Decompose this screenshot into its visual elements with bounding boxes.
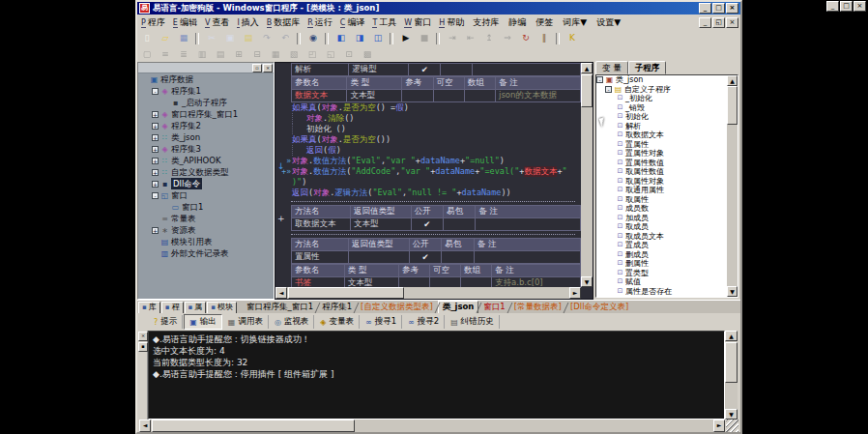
- subs-method-item[interactable]: ⊡取属性数值: [596, 167, 728, 177]
- menu-extra-item[interactable]: 便签: [531, 15, 558, 30]
- subs-tab-other[interactable]: 变 量: [595, 61, 628, 74]
- table-cell[interactable]: 支持a.b.c[0]: [491, 277, 580, 288]
- tree-item[interactable]: ▪_启动子程序: [138, 97, 274, 108]
- pause-icon[interactable]: ‖: [535, 31, 553, 46]
- table-cell[interactable]: [460, 277, 491, 288]
- table-header-cell[interactable]: 备 注: [496, 77, 581, 90]
- editor-horizontal-scrollbar[interactable]: ◄ ►: [275, 287, 581, 299]
- titlebar-button[interactable]: _: [699, 3, 711, 14]
- menu-item[interactable]: P程序: [137, 15, 169, 30]
- scroll-down-icon[interactable]: ▼: [581, 276, 593, 287]
- table-cell[interactable]: [442, 251, 475, 264]
- subs-method-item[interactable]: ⊡赋值: [596, 277, 728, 287]
- table-header-cell[interactable]: 参考: [398, 265, 429, 277]
- tree-expander-icon[interactable]: -: [596, 76, 603, 83]
- table-header-cell[interactable]: 方法名: [292, 206, 351, 218]
- scrollbar-thumb[interactable]: [725, 342, 738, 383]
- table-cell[interactable]: 逻辑型: [349, 64, 409, 76]
- subs-method-item[interactable]: ⊡删属性: [596, 259, 728, 269]
- document-tab[interactable]: 窗口程序集_窗口1: [243, 302, 317, 313]
- code-line[interactable]: 返回 (假): [275, 145, 581, 156]
- table-cell[interactable]: 文本型: [350, 218, 411, 231]
- tree-item[interactable]: +∷自定义数据类型: [138, 166, 274, 178]
- tree-expander-icon[interactable]: -: [605, 86, 612, 93]
- mini-tab-program[interactable]: ▪程: [161, 302, 184, 314]
- document-tab[interactable]: 程序集1: [318, 302, 356, 313]
- scroll-up-icon[interactable]: ▲: [581, 63, 593, 73]
- table-header-cell[interactable]: 参数名: [292, 265, 345, 277]
- menu-extra-item[interactable]: 静编: [504, 15, 531, 30]
- bottom-horizontal-scrollbar[interactable]: ◄ ►: [139, 420, 725, 432]
- subs-method-item[interactable]: ⊡置属性对象: [596, 149, 728, 159]
- table-header-cell[interactable]: 公开: [409, 239, 442, 251]
- table-cell[interactable]: 书签: [292, 277, 345, 288]
- titlebar-button[interactable]: ×: [726, 3, 738, 14]
- table-header-cell[interactable]: 类 型: [347, 77, 402, 90]
- subs-method-item[interactable]: ⊡_初始化: [596, 94, 728, 103]
- tree-item[interactable]: +∗资源表: [138, 224, 274, 236]
- table-cell[interactable]: [429, 277, 460, 288]
- tree-item[interactable]: ▥外部文件记录表: [138, 247, 274, 259]
- panel-button[interactable]: ▫: [252, 64, 262, 72]
- subs-method-item[interactable]: ⊡初始化: [596, 112, 728, 122]
- table-header-cell[interactable]: 返回值类型: [350, 206, 411, 218]
- tree-expander-icon[interactable]: +: [152, 181, 159, 188]
- tree-item[interactable]: ▤模块引用表: [138, 236, 274, 247]
- menu-item[interactable]: W窗口: [400, 15, 435, 30]
- layout-left-icon[interactable]: ◧: [333, 31, 350, 46]
- mdi-window-button[interactable]: ×: [726, 17, 738, 28]
- subs-method-item[interactable]: ⊡取属性对象: [596, 177, 728, 187]
- document-tab[interactable]: 窗口1: [479, 302, 508, 313]
- resize-grip[interactable]: [726, 420, 738, 432]
- table-cell[interactable]: [464, 90, 495, 102]
- subs-tab-active[interactable]: 子程序: [628, 61, 667, 74]
- subs-method-item[interactable]: ⊡置类型: [596, 269, 728, 278]
- subs-method-item[interactable]: ⊡取成员: [596, 222, 728, 232]
- tab-output[interactable]: ▣输出: [184, 314, 222, 330]
- document-tab[interactable]: 类_json: [438, 301, 479, 314]
- copy-icon[interactable]: ▣: [221, 31, 239, 46]
- scrollbar-thumb[interactable]: [727, 86, 738, 125]
- output-strip-button[interactable]: ×: [138, 332, 148, 341]
- table-cell[interactable]: [441, 64, 472, 76]
- tab-hint[interactable]: ?提示: [149, 315, 183, 329]
- new-file-icon[interactable]: ▯: [138, 31, 156, 46]
- subs-method-item[interactable]: ⊡取数据文本: [596, 130, 728, 140]
- menu-item[interactable]: T工具: [368, 15, 400, 30]
- menu-item[interactable]: R运行: [304, 15, 336, 30]
- table-header-cell[interactable]: 易包: [443, 206, 475, 218]
- table-cell[interactable]: [348, 251, 409, 264]
- table-cell[interactable]: 文本型: [347, 90, 402, 102]
- scrollbar-thumb[interactable]: [152, 420, 355, 432]
- desktop-window-button[interactable]: □: [840, 1, 853, 12]
- mini-tab-property[interactable]: ▪属: [185, 302, 207, 314]
- subs-method-item[interactable]: ⊡属性是否存在: [596, 287, 728, 297]
- tree-item[interactable]: ▭窗口1: [138, 201, 274, 213]
- paste-icon[interactable]: ▤: [240, 31, 257, 46]
- tree-item[interactable]: +∷类_json: [138, 131, 274, 143]
- scroll-right-icon[interactable]: ►: [713, 420, 725, 432]
- scroll-down-icon[interactable]: ▼: [725, 409, 738, 420]
- menu-item[interactable]: H帮助: [435, 15, 468, 30]
- scroll-left-icon[interactable]: ◄: [139, 420, 151, 432]
- tree-expander-icon[interactable]: +: [152, 158, 159, 164]
- subs-method-item[interactable]: ⊡置属性数值: [596, 159, 728, 168]
- code-line[interactable]: »对象.数值方法 ("Eval", "var " + dataName + "=…: [275, 156, 581, 166]
- tab-search1[interactable]: ∞搜寻1: [361, 315, 402, 329]
- tab-variable-table[interactable]: ◈变量表: [315, 315, 360, 329]
- tree-item[interactable]: +◈程序集3: [138, 143, 274, 155]
- title-bar[interactable]: 易 易语言-加密狗版 - Windows窗口程序 - [类模块 : 类_json…: [137, 2, 740, 14]
- tree-item[interactable]: -◱窗口: [138, 189, 274, 201]
- output-log[interactable]: ◆.易语言助手提醒您：切换链接器成功！选中文本长度为: 4当前数据类型长度为: …: [148, 331, 725, 420]
- tree-expander-icon[interactable]: -: [152, 88, 159, 95]
- tree-expander-icon[interactable]: -: [152, 192, 159, 199]
- tree-expander-icon[interactable]: +: [152, 111, 159, 118]
- panel-button[interactable]: ×: [263, 64, 273, 72]
- table-header-cell[interactable]: 备 注: [491, 265, 580, 277]
- scroll-right-icon[interactable]: ►: [569, 287, 581, 299]
- scrollbar-thumb[interactable]: [581, 74, 593, 107]
- subs-tree-root[interactable]: -▣类_json: [596, 75, 728, 85]
- mini-tab-module[interactable]: ▪模块: [207, 302, 237, 314]
- document-tab[interactable]: [自定义数据类型表]: [357, 302, 437, 313]
- tree-expander-icon[interactable]: +: [152, 169, 159, 176]
